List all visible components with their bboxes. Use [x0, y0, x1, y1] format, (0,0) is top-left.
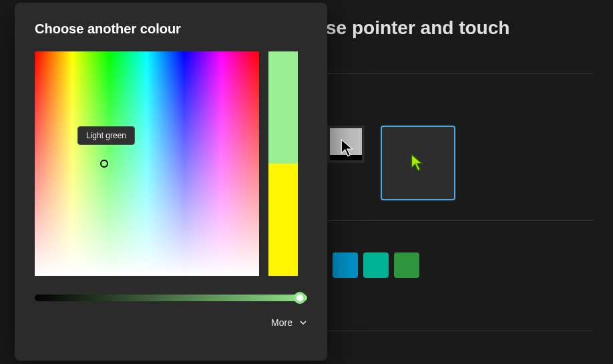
- pointer-style-options: [327, 126, 455, 200]
- more-label: More: [271, 317, 292, 328]
- color-swatch[interactable]: [363, 252, 389, 278]
- value-slider-thumb[interactable]: [294, 292, 306, 304]
- color-swatch[interactable]: [333, 252, 358, 278]
- background-partial-text: [0, 0, 12, 364]
- previous-color-preview: [268, 164, 298, 276]
- color-picker-modal: Choose another colour Light green More: [15, 3, 327, 361]
- recommended-colors: [333, 252, 419, 278]
- sv-marker[interactable]: [100, 160, 108, 168]
- modal-title: Choose another colour: [35, 21, 307, 37]
- color-name-tooltip: Light green: [77, 126, 135, 145]
- cursor-icon: [411, 154, 425, 172]
- inverted-preview: [330, 128, 362, 160]
- pointer-style-custom[interactable]: [381, 126, 455, 200]
- color-swatch[interactable]: [394, 252, 419, 278]
- color-preview-column: [268, 51, 298, 276]
- value-slider[interactable]: [35, 295, 307, 301]
- divider: [327, 220, 593, 221]
- settings-page: se pointer and touch Choose another colo…: [0, 0, 613, 364]
- chevron-down-icon: [299, 319, 307, 327]
- saturation-value-picker[interactable]: Light green: [35, 51, 259, 276]
- cursor-icon: [341, 139, 355, 158]
- more-button[interactable]: More: [35, 317, 307, 328]
- divider: [327, 331, 593, 331]
- divider: [327, 73, 593, 74]
- current-color-preview: [268, 51, 298, 164]
- pointer-style-inverted[interactable]: [327, 126, 365, 163]
- picker-area: Light green: [35, 51, 307, 276]
- page-title: se pointer and touch: [326, 17, 509, 39]
